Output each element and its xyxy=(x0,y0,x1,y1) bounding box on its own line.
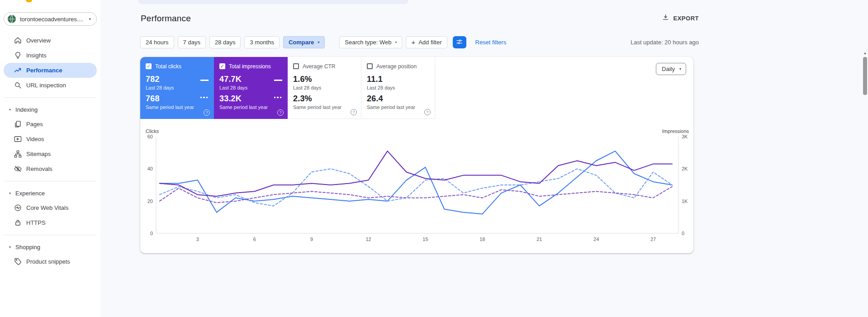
removals-icon xyxy=(14,165,22,173)
sidebar-item-removals[interactable]: Removals xyxy=(4,161,97,176)
metric-compare-period: Same period last year xyxy=(293,104,356,110)
sidebar-item-pages[interactable]: Pages xyxy=(4,117,97,132)
download-icon xyxy=(662,14,669,23)
sidebar-item-label: Videos xyxy=(26,136,44,142)
divider xyxy=(4,235,97,235)
range-28-days-button[interactable]: 28 days xyxy=(209,36,241,48)
metric-compare-value: 33.2K xyxy=(219,94,282,104)
svg-text:15: 15 xyxy=(422,237,428,242)
main-content: Performance EXPORT 24 hours 7 days 28 da… xyxy=(140,0,699,317)
svg-text:12: 12 xyxy=(365,237,371,242)
svg-text:0: 0 xyxy=(150,231,153,236)
export-button[interactable]: EXPORT xyxy=(662,14,699,23)
metric-label: Total impressions xyxy=(229,63,271,70)
page-title: Performance xyxy=(141,14,191,24)
site-favicon-globe-icon xyxy=(7,14,16,24)
metric-card-average-ctr[interactable]: Average CTR 1.6% Last 28 days 2.3% Same … xyxy=(288,57,361,119)
sidebar-item-performance[interactable]: Performance xyxy=(4,63,97,78)
performance-report-card: ✓ Total clicks 782 Last 28 days 768 Same… xyxy=(140,57,693,253)
sidebar-item-https[interactable]: HTTPS xyxy=(4,215,97,230)
metric-compare-period: Same period last year xyxy=(219,104,282,110)
chart-line-clicks-previous xyxy=(160,169,672,206)
button-label: Compare xyxy=(289,39,314,46)
metric-compare-value: 2.3% xyxy=(293,94,356,104)
section-header-experience[interactable]: ▾ Experience xyxy=(0,186,100,200)
range-3-months-button[interactable]: 3 months xyxy=(244,36,279,48)
metrics-row: ✓ Total clicks 782 Last 28 days 768 Same… xyxy=(140,57,435,119)
collapse-caret-icon: ▾ xyxy=(9,108,11,112)
checkbox-unchecked-icon[interactable] xyxy=(367,63,373,69)
sidebar-item-label: Removals xyxy=(26,166,52,172)
metric-card-total-impressions[interactable]: ✓ Total impressions 47.7K Last 28 days 3… xyxy=(214,57,288,119)
chevron-down-icon: ▾ xyxy=(89,17,91,21)
svg-text:2K: 2K xyxy=(682,166,688,171)
metric-label: Average position xyxy=(376,63,417,70)
sidebar-item-overview[interactable]: Overview xyxy=(4,33,97,48)
search-type-filter-button[interactable]: Search type: Web ▾ xyxy=(339,36,402,48)
svg-text:0: 0 xyxy=(682,231,684,236)
previous-line-style-icon xyxy=(274,97,282,98)
compare-button[interactable]: Compare ▾ xyxy=(283,36,325,48)
scrollbar[interactable]: ▲ xyxy=(863,51,868,317)
scrollbar-thumb[interactable] xyxy=(863,57,867,95)
last-update-text: Last update: 20 hours ago xyxy=(631,39,699,46)
scroll-up-arrow-icon[interactable]: ▲ xyxy=(863,51,868,56)
sidebar-item-core-web-vitals[interactable]: Core Web Vitals xyxy=(4,200,97,215)
video-icon xyxy=(14,135,22,143)
divider xyxy=(4,97,97,98)
section-header-shopping[interactable]: ▾ Shopping xyxy=(0,240,100,254)
granularity-select[interactable]: Daily ▾ xyxy=(656,63,686,75)
button-label: 24 hours xyxy=(146,39,169,46)
add-filter-button[interactable]: + Add filter xyxy=(406,36,447,48)
svg-text:6: 6 xyxy=(253,237,256,242)
chart-line-clicks-current xyxy=(160,151,672,214)
metric-value: 47.7K xyxy=(219,75,282,84)
reset-filters-link[interactable]: Reset filters xyxy=(475,39,507,46)
svg-text:9: 9 xyxy=(310,237,313,242)
granularity-value: Daily xyxy=(662,66,675,72)
section-header-indexing[interactable]: ▾ Indexing xyxy=(0,102,100,117)
checkbox-checked-icon[interactable]: ✓ xyxy=(146,63,152,69)
plus-icon: + xyxy=(411,39,415,46)
help-icon[interactable]: ? xyxy=(351,109,357,115)
lightbulb-icon xyxy=(14,51,22,60)
sidebar-item-label: Insights xyxy=(26,52,47,59)
metric-period: Last 28 days xyxy=(219,85,282,90)
sidebar-item-sitemaps[interactable]: Sitemaps xyxy=(4,147,97,161)
help-icon[interactable]: ? xyxy=(204,109,210,116)
button-label: 28 days xyxy=(215,39,236,46)
sidebar-item-label: Core Web Vitals xyxy=(26,204,68,211)
sidebar-item-insights[interactable]: Insights xyxy=(4,48,97,63)
range-7-days-button[interactable]: 7 days xyxy=(178,36,206,48)
sidebar-item-label: Sitemaps xyxy=(26,151,51,157)
metric-period: Last 28 days xyxy=(367,85,429,90)
help-icon[interactable]: ? xyxy=(424,109,431,115)
metric-card-average-position[interactable]: Average position 11.1 Last 28 days 26.4 … xyxy=(361,57,435,119)
sitemap-icon xyxy=(14,150,22,158)
metric-value: 11.1 xyxy=(367,75,429,84)
section-label: Indexing xyxy=(15,106,38,113)
svg-text:27: 27 xyxy=(650,237,656,242)
metric-value: 782 xyxy=(146,75,209,84)
export-label: EXPORT xyxy=(674,15,699,22)
top-search-bar-partial[interactable] xyxy=(138,0,408,4)
checkbox-unchecked-icon[interactable] xyxy=(293,63,299,69)
left-axis-title: Clicks xyxy=(146,128,159,134)
sidebar-item-url-inspection[interactable]: URL inspection xyxy=(4,78,97,93)
right-axis-title: Impressions xyxy=(662,128,689,134)
filter-settings-button[interactable] xyxy=(453,36,466,48)
range-24-hours-button[interactable]: 24 hours xyxy=(140,36,174,48)
chevron-down-icon: ▾ xyxy=(318,40,319,44)
filter-bar: 24 hours 7 days 28 days 3 months Compare… xyxy=(140,36,699,48)
tune-icon xyxy=(455,38,463,47)
sidebar-item-product-snippets[interactable]: Product snippets xyxy=(4,254,97,269)
button-label: 3 months xyxy=(250,39,274,46)
checkbox-checked-icon[interactable]: ✓ xyxy=(219,63,225,69)
section-label: Experience xyxy=(15,190,45,197)
help-icon[interactable]: ? xyxy=(277,109,284,116)
property-selector[interactable]: torontoecoadventures.... ▾ xyxy=(4,12,97,26)
svg-text:40: 40 xyxy=(147,166,153,171)
metric-card-total-clicks[interactable]: ✓ Total clicks 782 Last 28 days 768 Same… xyxy=(140,57,214,119)
svg-text:3: 3 xyxy=(196,237,199,242)
sidebar-item-videos[interactable]: Videos xyxy=(4,132,97,147)
